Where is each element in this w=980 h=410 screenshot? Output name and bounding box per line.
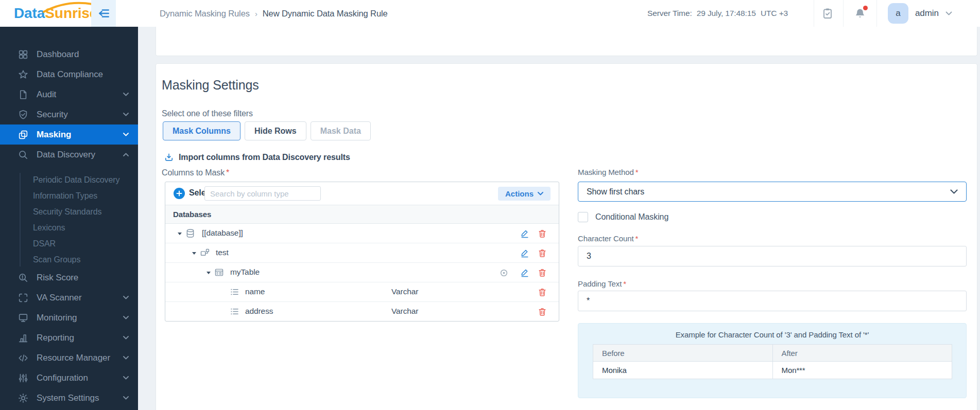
previous-section-card (156, 27, 977, 56)
padding-text-label: Padding Text* (578, 279, 626, 288)
notifications-button[interactable] (854, 7, 866, 20)
column-search-input[interactable] (204, 186, 321, 201)
tree-row-column: address Varchar (165, 302, 559, 322)
sidebar-item-risk-score[interactable]: Risk Score (0, 268, 138, 288)
masking-method-text: Masking Method (578, 168, 634, 176)
dashboard-grid-icon (18, 49, 29, 60)
sidebar-collapse-button[interactable] (91, 0, 116, 27)
sidebar-item-system-settings[interactable]: System Settings (0, 388, 138, 408)
sidebar-item-resource-manager[interactable]: Resource Manager (0, 348, 138, 368)
chevron-down-icon (123, 113, 129, 116)
sidebar-item-security[interactable]: Security (0, 104, 138, 124)
sidebar-item-configuration[interactable]: Configuration (0, 368, 138, 388)
breadcrumb-parent[interactable]: Dynamic Masking Rules (160, 9, 250, 19)
sidebar-item-label: Audit (37, 90, 56, 100)
character-count-text: Character Count (578, 234, 634, 243)
padding-text-text: Padding Text (578, 279, 622, 288)
tree-row-schema: test (165, 243, 559, 263)
risk-score-icon (18, 272, 29, 283)
delete-icon[interactable] (537, 247, 548, 259)
code-brackets-icon (18, 352, 29, 364)
tree-row-table: myTable (165, 263, 559, 282)
mask-columns-button[interactable]: Mask Columns (163, 121, 240, 140)
sidebar-item-dashboard[interactable]: Dashboard (0, 44, 138, 64)
user-menu[interactable]: a admin (888, 0, 952, 27)
delete-icon[interactable] (537, 228, 548, 239)
preview-icon[interactable] (498, 267, 509, 278)
sidebar-item-label: Monitoring (37, 313, 77, 323)
actions-dropdown-button[interactable]: Actions (498, 187, 551, 201)
add-column-button[interactable] (174, 188, 185, 199)
logo-text-sunrise: Sunrise (45, 5, 97, 21)
required-marker: * (635, 168, 639, 176)
chevron-down-icon (123, 356, 129, 360)
avatar-letter: a (896, 8, 900, 19)
sidebar-subitem-scan-groups[interactable]: Scan Groups (0, 252, 138, 268)
sidebar-item-monitoring[interactable]: Monitoring (0, 308, 138, 328)
sidebar-subitem-dsar[interactable]: DSAR (0, 236, 138, 252)
caret-down-icon[interactable] (192, 252, 196, 255)
sidebar-item-label: Configuration (37, 373, 88, 383)
sidebar-subitem-lexicons[interactable]: Lexicons (0, 220, 138, 236)
example-column-before: Before (593, 345, 773, 362)
conditional-masking-option[interactable]: Conditional Masking (578, 212, 668, 222)
column-datatype: Varchar (391, 307, 418, 316)
tree-node-label[interactable]: name (245, 287, 265, 296)
server-time: Server Time: 29 July, 17:48:15 UTC +3 (647, 0, 788, 27)
avatar: a (888, 3, 908, 24)
delete-icon[interactable] (537, 267, 548, 278)
hide-rows-button[interactable]: Hide Rows (245, 121, 306, 140)
download-icon (164, 152, 174, 163)
column-datatype: Varchar (391, 287, 418, 296)
chevron-down-icon (123, 93, 129, 96)
caret-down-icon[interactable] (207, 272, 211, 274)
masking-method-value: Show first chars (587, 187, 644, 197)
character-count-input[interactable] (578, 246, 967, 266)
masking-method-label: Masking Method* (578, 168, 638, 176)
sidebar-subitem-periodic-data-discovery[interactable]: Periodic Data Discovery (0, 172, 138, 188)
column-list-icon (229, 306, 240, 317)
breadcrumb: Dynamic Masking Rules › New Dynamic Data… (160, 0, 388, 27)
tree-node-label[interactable]: [[database]] (202, 228, 243, 238)
edit-icon[interactable] (519, 247, 530, 259)
header-divider (876, 0, 877, 27)
sidebar-item-data-compliance[interactable]: Data Compliance (0, 64, 138, 84)
sidebar-subitem-security-standards[interactable]: Security Standards (0, 204, 138, 220)
scanner-frame-icon (18, 292, 29, 304)
header-divider (843, 0, 844, 27)
sidebar-item-data-discovery[interactable]: Data Discovery (0, 145, 138, 165)
example-after-value: Mon*** (772, 362, 952, 379)
datasunrise-logo[interactable]: DataSunrise (14, 0, 97, 27)
example-row: Monika Mon*** (593, 362, 952, 379)
mask-data-button[interactable]: Mask Data (311, 121, 371, 140)
sidebar-item-va-scanner[interactable]: VA Scanner (0, 288, 138, 308)
delete-icon[interactable] (537, 306, 548, 317)
columns-to-mask-label: Columns to Mask* (162, 168, 229, 177)
tree-node-label[interactable]: address (245, 307, 273, 316)
edit-icon[interactable] (519, 267, 530, 278)
sidebar-item-reporting[interactable]: Reporting (0, 328, 138, 348)
conditional-masking-checkbox[interactable] (578, 212, 588, 222)
sidebar-item-audit[interactable]: Audit (0, 84, 138, 104)
delete-icon[interactable] (537, 287, 548, 298)
padding-text-input[interactable] (578, 291, 967, 311)
masking-method-select[interactable]: Show first chars (578, 182, 967, 202)
example-title: Example for Character Count of '3' and P… (578, 330, 966, 339)
masking-settings-card: Masking Settings Select one of these fil… (156, 63, 977, 410)
tree-node-label[interactable]: myTable (230, 268, 260, 277)
chevron-down-icon (950, 189, 958, 194)
import-columns-link[interactable]: Import columns from Data Discovery resul… (164, 152, 350, 163)
submenu-indent-line (20, 173, 21, 266)
columns-to-mask-text: Columns to Mask (162, 168, 225, 177)
tasks-button[interactable] (821, 7, 834, 20)
chevron-down-icon (123, 316, 129, 319)
sidebar-subitem-information-types[interactable]: Information Types (0, 188, 138, 204)
sidebar-item-label: Resource Manager (37, 353, 110, 363)
edit-icon[interactable] (519, 228, 530, 239)
caret-down-icon[interactable] (178, 233, 182, 235)
column-list-icon (229, 287, 240, 297)
sidebar-item-masking[interactable]: Masking (0, 124, 138, 145)
sidebar-item-label: Reporting (37, 333, 74, 343)
tree-node-label[interactable]: test (216, 248, 229, 257)
header-divider (814, 0, 814, 27)
